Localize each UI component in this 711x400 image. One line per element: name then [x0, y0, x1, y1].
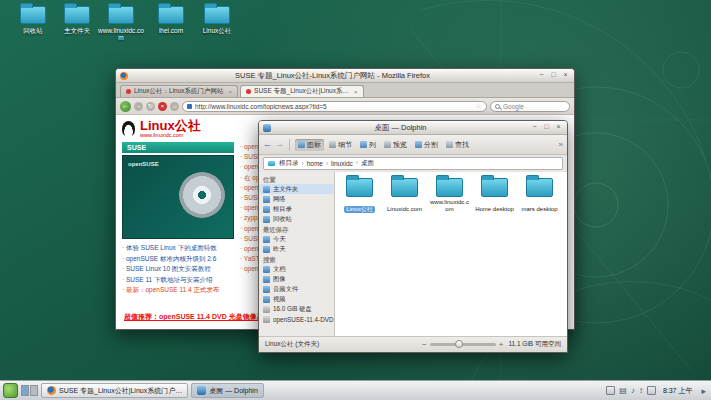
pager-desktop-2[interactable]: [30, 385, 38, 396]
places-item[interactable]: openSUSE-11.4-DVD: [259, 314, 334, 324]
tab-label: SUSE 专题_Linux公社|Linux系…: [254, 87, 349, 96]
places-item-icon: [263, 186, 270, 193]
back-button[interactable]: ←: [120, 101, 131, 112]
back-button[interactable]: ←: [263, 140, 272, 149]
volume-icon[interactable]: ♪: [631, 386, 635, 396]
minimize-button[interactable]: −: [537, 71, 546, 80]
notifications-icon[interactable]: [647, 386, 656, 395]
maximize-button[interactable]: □: [549, 71, 558, 80]
tab-close-icon[interactable]: ×: [354, 89, 358, 95]
opensuse-dvd-image[interactable]: openSUSE: [122, 155, 234, 239]
home-button[interactable]: ⌂: [170, 102, 179, 111]
article-link[interactable]: 体验 SUSE Linux 下的桌面特效: [122, 243, 234, 254]
task-button[interactable]: 桌面 — Dolphin: [191, 383, 264, 398]
article-link[interactable]: openSUSE 标准内核升级到 2.6: [122, 254, 234, 265]
device-notifier-icon[interactable]: [606, 386, 615, 395]
breadcrumb-segment[interactable]: linuxidc: [323, 160, 353, 167]
toolbar-button[interactable]: 预览: [381, 139, 410, 151]
folder-item[interactable]: www.linuxidc.com: [427, 178, 472, 215]
clock[interactable]: 8:37 上午: [660, 386, 696, 396]
toolbar-button[interactable]: 细节: [326, 139, 355, 151]
article-link[interactable]: 最新：openSUSE 11.4 正式发布: [122, 285, 234, 296]
places-item[interactable]: 回收站: [259, 214, 334, 224]
forward-button[interactable]: →: [275, 140, 284, 149]
site-logo[interactable]: Linux公社 www.linuxidc.com: [140, 119, 201, 138]
close-button[interactable]: ×: [561, 71, 570, 80]
task-app-icon: [197, 386, 206, 395]
zoom-control: − +: [422, 340, 503, 349]
places-item[interactable]: 网络: [259, 194, 334, 204]
places-item[interactable]: 搜索: [259, 254, 334, 264]
article-link[interactable]: SUSE Linux 10 图文安装教程: [122, 264, 234, 275]
tab-close-icon[interactable]: ×: [229, 89, 233, 95]
breadcrumb-segment[interactable]: home: [299, 160, 323, 167]
toolbar-button-icon: [446, 141, 453, 148]
zoom-in-button[interactable]: +: [499, 340, 504, 349]
breadcrumb-segment[interactable]: 根目录: [279, 159, 299, 168]
places-item[interactable]: 今天: [259, 234, 334, 244]
toolbar-button[interactable]: 列: [357, 139, 379, 151]
network-icon[interactable]: ↕: [639, 386, 643, 396]
search-box[interactable]: Google: [490, 101, 570, 112]
minimize-button[interactable]: −: [530, 123, 539, 132]
folder-name: www.linuxidc.com: [427, 199, 472, 213]
reload-button[interactable]: ↻: [146, 102, 155, 111]
url-input[interactable]: [195, 103, 473, 110]
folder-item[interactable]: mars desktop: [517, 178, 562, 215]
forward-button[interactable]: →: [134, 102, 143, 111]
close-button[interactable]: ×: [554, 123, 563, 132]
clipboard-icon[interactable]: ▤: [619, 386, 627, 396]
toolbar-button[interactable]: 分割: [412, 139, 441, 151]
toolbar-button[interactable]: 图标: [295, 139, 324, 151]
application-launcher-icon[interactable]: [3, 383, 18, 398]
folder-view[interactable]: Linux公社 Linuxidc.com www.linuxidc.com: [335, 172, 567, 336]
breadcrumb-segment[interactable]: 桌面: [353, 159, 374, 168]
url-bar[interactable]: ☆: [182, 101, 487, 112]
folder-icon: [108, 6, 134, 24]
places-item-icon: [263, 236, 270, 243]
folder-item[interactable]: Home desktop: [472, 178, 517, 215]
places-item[interactable]: 文档: [259, 264, 334, 274]
maximize-button[interactable]: □: [542, 123, 551, 132]
browser-tab[interactable]: SUSE 专题_Linux公社|Linux系… ×: [240, 85, 363, 97]
folder-item[interactable]: Linuxidc.com: [382, 178, 427, 215]
places-item[interactable]: 最近保存: [259, 224, 334, 234]
places-item[interactable]: 视频: [259, 294, 334, 304]
browser-tab[interactable]: Linux公社：Linux系统门户网站 ×: [120, 85, 238, 97]
places-item[interactable]: 位置: [259, 174, 334, 184]
desktop-icon[interactable]: www.linuxidc.com: [96, 6, 146, 41]
desktop-icon[interactable]: Linux公社: [192, 6, 242, 34]
places-item[interactable]: 图像: [259, 274, 334, 284]
desktop-icon[interactable]: 回收站: [8, 6, 58, 34]
places-item-icon: [263, 316, 270, 323]
article-link[interactable]: SUSE 11 下载地址与安装介绍: [122, 275, 234, 286]
places-item-label: 昨天: [273, 245, 286, 254]
desktop-icon[interactable]: 主文件夹: [52, 6, 102, 34]
bookmark-star-icon[interactable]: ☆: [476, 102, 482, 110]
desktop-icon[interactable]: ihei.com: [146, 6, 196, 34]
taskbar: SUSE 专题_Linux公社|Linux系统门户… 桌面 — Dolphin …: [0, 380, 711, 400]
places-item[interactable]: 根目录: [259, 204, 334, 214]
places-item[interactable]: 昨天: [259, 244, 334, 254]
toolbar-overflow-icon[interactable]: »: [559, 140, 563, 149]
places-item[interactable]: 音频文件: [259, 284, 334, 294]
desktop-icon-label: Linux公社: [192, 27, 242, 34]
places-item-label: 16.0 GiB 硬盘: [273, 305, 312, 314]
pager-desktop-1[interactable]: [21, 385, 29, 396]
dolphin-titlebar[interactable]: 桌面 — Dolphin − □ ×: [259, 121, 567, 135]
places-item[interactable]: 主文件夹: [259, 184, 334, 194]
suse-section-header: SUSE: [122, 142, 234, 153]
firefox-titlebar[interactable]: SUSE 专题_Linux公社-Linux系统门户网站 - Mozilla Fi…: [116, 69, 574, 83]
folder-item[interactable]: Linux公社: [337, 178, 382, 215]
panel-cashew-icon[interactable]: ▸: [699, 386, 708, 396]
task-button[interactable]: SUSE 专题_Linux公社|Linux系统门户…: [41, 383, 188, 398]
places-item[interactable]: 16.0 GiB 硬盘: [259, 304, 334, 314]
zoom-slider[interactable]: [430, 343, 496, 346]
toolbar-separator: [289, 139, 290, 151]
toolbar-button[interactable]: 查找: [443, 139, 472, 151]
suse-article-list: 体验 SUSE Linux 下的桌面特效 openSUSE 标准内核升级到 2.…: [122, 243, 234, 296]
stop-button[interactable]: ×: [158, 102, 167, 111]
zoom-out-button[interactable]: −: [422, 340, 427, 349]
zoom-slider-knob[interactable]: [455, 340, 463, 348]
places-item-label: 视频: [273, 295, 286, 304]
